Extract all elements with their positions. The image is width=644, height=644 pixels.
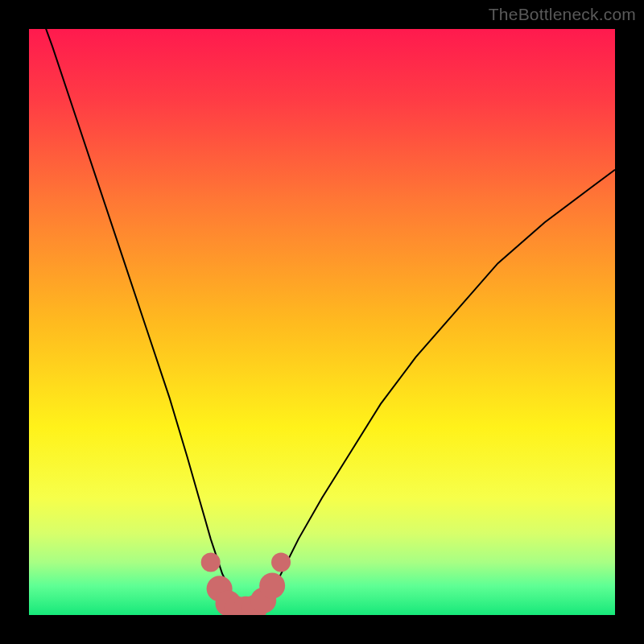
watermark-label: TheBottleneck.com — [489, 5, 636, 24]
svg-rect-0 — [29, 29, 615, 615]
background-gradient — [29, 29, 615, 615]
plot-area — [29, 29, 615, 615]
chart-frame: TheBottleneck.com — [0, 0, 644, 644]
